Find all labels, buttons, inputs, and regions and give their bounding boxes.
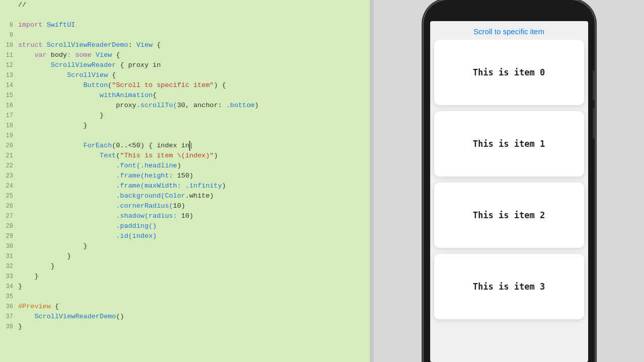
- code-line: 19: [0, 131, 370, 141]
- line-number: 24: [0, 181, 18, 191]
- line-number: 25: [0, 191, 18, 201]
- code-line: 25 .background(Color.white): [0, 191, 370, 201]
- line-number: 28: [0, 221, 18, 231]
- line-content: }: [18, 282, 370, 292]
- line-content: }: [18, 261, 370, 272]
- line-content: import SwiftUI: [18, 20, 370, 30]
- code-line: 16 proxy.scrollTo(30, anchor: .bottom): [0, 101, 370, 111]
- line-number: 38: [0, 322, 18, 332]
- line-content: }: [18, 121, 370, 131]
- line-number: 31: [0, 251, 18, 261]
- line-content: }: [18, 251, 370, 261]
- line-number: 21: [0, 151, 18, 161]
- item-label: This is item 0: [473, 67, 545, 77]
- preview-panel: Scroll to specific item This is item 0Th…: [374, 0, 644, 362]
- line-number: 30: [0, 241, 18, 251]
- code-line: 33 }: [0, 272, 370, 282]
- line-content: //: [18, 0, 370, 10]
- phone-notch: [481, 7, 537, 21]
- line-content: ScrollView {: [18, 70, 370, 80]
- line-number: 14: [0, 80, 18, 90]
- code-line: //: [0, 0, 370, 10]
- line-number: 10: [0, 40, 18, 50]
- line-content: .id(index): [18, 231, 370, 241]
- code-line: 32 }: [0, 261, 370, 272]
- line-content: Button("Scroll to specific item") {: [18, 80, 370, 90]
- code-line: [0, 10, 370, 20]
- code-line: 37 ScrollViewReaderDemo(): [0, 312, 370, 322]
- line-number: 22: [0, 161, 18, 171]
- scroll-to-item-button[interactable]: Scroll to specific item: [430, 21, 588, 40]
- line-number: 29: [0, 231, 18, 241]
- item-label: This is item 3: [473, 282, 545, 292]
- line-number: 34: [0, 282, 18, 292]
- line-content: }: [18, 111, 370, 121]
- line-number: 16: [0, 101, 18, 111]
- code-editor: //8import SwiftUI910struct ScrollViewRea…: [0, 0, 370, 362]
- line-content: #Preview {: [18, 302, 370, 312]
- line-number: 19: [0, 131, 18, 141]
- code-line: 12 ScrollViewReader { proxy in: [0, 60, 370, 70]
- phone-frame: Scroll to specific item This is item 0Th…: [424, 0, 595, 362]
- code-line: 11 var body: some View {: [0, 50, 370, 60]
- line-number: 37: [0, 312, 18, 322]
- code-line: 20 ForEach(0..<50) { index in|: [0, 141, 370, 151]
- line-content: }: [18, 241, 370, 251]
- code-line: 13 ScrollView {: [0, 70, 370, 80]
- line-number: 27: [0, 211, 18, 221]
- line-number: 8: [0, 20, 18, 30]
- line-content: .frame(maxWidth: .infinity): [18, 181, 370, 191]
- code-line: 31 }: [0, 251, 370, 261]
- line-number: 20: [0, 141, 18, 151]
- code-line: 30 }: [0, 241, 370, 251]
- line-number: 26: [0, 201, 18, 211]
- line-number: 36: [0, 302, 18, 312]
- item-card: This is item 0: [434, 40, 584, 105]
- line-number: 35: [0, 292, 18, 302]
- line-content: .font(.headline): [18, 161, 370, 171]
- line-content: ScrollViewReader { proxy in: [18, 60, 370, 70]
- code-line: 22 .font(.headline): [0, 161, 370, 171]
- line-content: }: [18, 322, 370, 332]
- line-number: 12: [0, 60, 18, 70]
- code-line: 26 .cornerRadius(10): [0, 201, 370, 211]
- line-number: 23: [0, 171, 18, 181]
- line-content: Text("This is item \(index)"): [18, 151, 370, 161]
- phone-screen: Scroll to specific item This is item 0Th…: [430, 21, 588, 362]
- volume-up-button: [593, 70, 595, 101]
- line-content: .padding(): [18, 221, 370, 231]
- item-card: This is item 2: [434, 183, 584, 248]
- line-content: var body: some View {: [18, 50, 370, 60]
- code-line: 14 Button("Scroll to specific item") {: [0, 80, 370, 90]
- item-card: This is item 3: [434, 254, 584, 319]
- line-content: proxy.scrollTo(30, anchor: .bottom): [18, 101, 370, 111]
- code-line: 24 .frame(maxWidth: .infinity): [0, 181, 370, 191]
- code-line: 18 }: [0, 121, 370, 131]
- item-label: This is item 2: [473, 210, 545, 220]
- line-number: 13: [0, 70, 18, 80]
- line-number: 17: [0, 111, 18, 121]
- code-line: 8import SwiftUI: [0, 20, 370, 30]
- code-line: 23 .frame(height: 150): [0, 171, 370, 181]
- code-line: 9: [0, 30, 370, 40]
- code-line: 28 .padding(): [0, 221, 370, 231]
- line-content: ForEach(0..<50) { index in|: [18, 141, 370, 151]
- line-content: .cornerRadius(10): [18, 201, 370, 211]
- line-content: }: [18, 272, 370, 282]
- code-line: 21 Text("This is item \(index)"): [0, 151, 370, 161]
- line-content: .shadow(radius: 10): [18, 211, 370, 221]
- volume-down-button: [593, 108, 595, 138]
- code-line: 35: [0, 292, 370, 302]
- line-number: 33: [0, 272, 18, 282]
- line-content: .frame(height: 150): [18, 171, 370, 181]
- code-line: 15 withAnimation{: [0, 90, 370, 101]
- line-number: 11: [0, 50, 18, 60]
- line-content: ScrollViewReaderDemo(): [18, 312, 370, 322]
- line-number: 15: [0, 90, 18, 101]
- code-line: 29 .id(index): [0, 231, 370, 241]
- code-line: 34}: [0, 282, 370, 292]
- line-number: 32: [0, 261, 18, 272]
- line-number: 18: [0, 121, 18, 131]
- panel-divider: [370, 0, 374, 362]
- line-content: struct ScrollViewReaderDemo: View {: [18, 40, 370, 50]
